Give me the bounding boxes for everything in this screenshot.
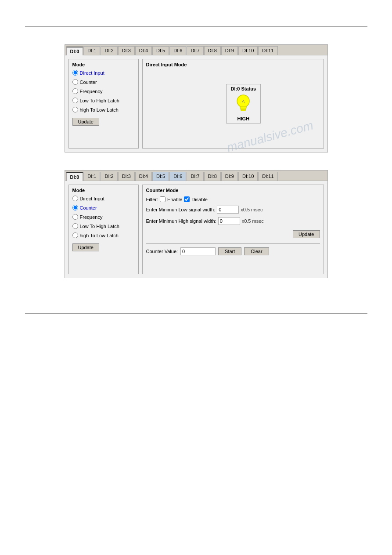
panel2-tab-di11[interactable]: DI:11 bbox=[258, 172, 277, 181]
panel1-tab-di8[interactable]: DI:8 bbox=[204, 46, 221, 55]
status-box-title: DI:0 Status bbox=[231, 86, 256, 91]
min-high-label: Enter Minimun High signal width: bbox=[146, 218, 216, 224]
panel2-right-section: Counter Mode Filter: Enable Disable Ente… bbox=[142, 185, 324, 274]
min-low-input[interactable] bbox=[217, 206, 239, 214]
min-high-input[interactable] bbox=[218, 217, 240, 225]
panel2-tab-di3[interactable]: DI:3 bbox=[118, 172, 135, 181]
panel2-mode-section: Mode Direct Input Counter Frequency Low … bbox=[68, 185, 139, 274]
panel1-tab-di6[interactable]: DI:6 bbox=[169, 46, 186, 55]
disable-label: Disable bbox=[191, 197, 208, 202]
panel1-tab-di2[interactable]: DI:2 bbox=[101, 46, 117, 55]
p2-radio-counter[interactable] bbox=[72, 205, 78, 210]
watermark1: manualsive.com bbox=[225, 118, 315, 155]
panel2-tab-bar: DI:0 DI:1 DI:2 DI:3 DI:4 DI:5 DI:6 DI:7 … bbox=[65, 170, 327, 181]
mode-direct-input: Direct Input bbox=[72, 70, 135, 76]
panel1-tab-di1[interactable]: DI:1 bbox=[83, 46, 100, 55]
panel2-tab-di9[interactable]: DI:9 bbox=[221, 172, 238, 181]
panel2-tab-di6[interactable]: DI:6 bbox=[169, 172, 186, 181]
radio-low-to-high[interactable] bbox=[72, 98, 78, 103]
p2-radio-high-to-low-label: high To Low Latch bbox=[80, 233, 119, 238]
clear-button[interactable]: Clear bbox=[244, 247, 269, 255]
p2-mode-high-to-low: high To Low Latch bbox=[72, 232, 135, 238]
p2-radio-frequency-label: Frequency bbox=[80, 214, 103, 220]
panel1-right-section: Direct Input Mode DI:0 Status bbox=[142, 59, 324, 149]
panel2-tab-di7[interactable]: DI:7 bbox=[187, 172, 203, 181]
panel1: DI:0 DI:1 DI:2 DI:3 DI:4 DI:5 DI:6 DI:7 … bbox=[65, 44, 328, 152]
min-high-row: Enter Minimun High signal width: x0.5 ms… bbox=[146, 217, 320, 225]
update-btn-right-container: Update bbox=[146, 229, 320, 238]
min-low-row: Enter Minimun Low signal width: x0.5 mse… bbox=[146, 206, 320, 214]
radio-counter[interactable] bbox=[72, 79, 78, 85]
panel1-tab-di4[interactable]: DI:4 bbox=[135, 46, 152, 55]
p2-radio-low-to-high-label: Low To High Latch bbox=[80, 224, 119, 229]
radio-frequency-label: Frequency bbox=[80, 89, 103, 94]
mode-label: Mode bbox=[72, 62, 135, 67]
radio-high-to-low[interactable] bbox=[72, 107, 78, 112]
panel2-tab-di8[interactable]: DI:8 bbox=[204, 172, 221, 181]
svg-rect-1 bbox=[240, 106, 246, 108]
panel2-mode-label: Mode bbox=[72, 188, 135, 193]
p2-radio-counter-label: Counter bbox=[80, 205, 97, 210]
top-divider bbox=[25, 26, 367, 27]
bulb-icon bbox=[234, 93, 252, 115]
panel1-tab-di11[interactable]: DI:11 bbox=[258, 46, 277, 55]
disable-checkbox[interactable] bbox=[184, 196, 190, 202]
svg-rect-3 bbox=[241, 109, 245, 111]
panel1-tab-di7[interactable]: DI:7 bbox=[187, 46, 203, 55]
panel1-tab-di5[interactable]: DI:5 bbox=[152, 46, 169, 55]
p2-radio-low-to-high[interactable] bbox=[72, 223, 78, 229]
panel2-update-button[interactable]: Update bbox=[72, 243, 99, 251]
panel2-tab-di4[interactable]: DI:4 bbox=[135, 172, 152, 181]
radio-frequency[interactable] bbox=[72, 88, 78, 94]
panel1-tab-di3[interactable]: DI:3 bbox=[118, 46, 135, 55]
p2-mode-frequency: Frequency bbox=[72, 214, 135, 220]
counter-value-label: Counter Value: bbox=[146, 249, 178, 254]
panel2-tab-di5[interactable]: DI:5 bbox=[152, 172, 169, 181]
panel2-tab-di10[interactable]: DI:10 bbox=[238, 172, 258, 181]
status-box: DI:0 Status bbox=[226, 84, 261, 123]
min-high-unit: x0.5 msec bbox=[242, 218, 264, 224]
page-container: DI:0 DI:1 DI:2 DI:3 DI:4 DI:5 DI:6 DI:7 … bbox=[0, 0, 392, 555]
p2-radio-high-to-low[interactable] bbox=[72, 232, 78, 238]
panel2-tab-di0[interactable]: DI:0 bbox=[66, 172, 83, 181]
counter-value-input[interactable] bbox=[180, 247, 216, 255]
radio-high-to-low-label: high To Low Latch bbox=[80, 107, 119, 112]
p2-radio-direct-input[interactable] bbox=[72, 196, 78, 201]
min-low-label: Enter Minimun Low signal width: bbox=[146, 207, 216, 212]
counter-divider bbox=[146, 243, 320, 244]
counter-update-button[interactable]: Update bbox=[293, 230, 320, 238]
mode-frequency: Frequency bbox=[72, 88, 135, 94]
enable-checkbox[interactable] bbox=[160, 196, 165, 202]
panel2-content: Mode Direct Input Counter Frequency Low … bbox=[65, 181, 327, 278]
panel1-tab-bar: DI:0 DI:1 DI:2 DI:3 DI:4 DI:5 DI:6 DI:7 … bbox=[65, 45, 327, 55]
counter-section-label: Counter Mode bbox=[146, 188, 320, 193]
status-value: HIGH bbox=[231, 116, 256, 121]
panel1-tab-di10[interactable]: DI:10 bbox=[238, 46, 258, 55]
panel1-tab-di9[interactable]: DI:9 bbox=[221, 46, 238, 55]
start-button[interactable]: Start bbox=[218, 247, 241, 255]
panel1-tab-di0[interactable]: DI:0 bbox=[66, 47, 83, 55]
counter-value-row: Counter Value: Start Clear bbox=[146, 247, 320, 255]
radio-direct-input[interactable] bbox=[72, 70, 78, 76]
p2-mode-direct-input: Direct Input bbox=[72, 196, 135, 201]
panel1-update-button[interactable]: Update bbox=[72, 118, 99, 126]
panel2: DI:0 DI:1 DI:2 DI:3 DI:4 DI:5 DI:6 DI:7 … bbox=[65, 170, 328, 278]
bottom-divider bbox=[25, 313, 367, 314]
enable-label: Enable bbox=[167, 197, 182, 202]
panel1-mode-section: Mode Direct Input Counter Frequency Low … bbox=[68, 59, 139, 149]
mode-counter: Counter bbox=[72, 79, 135, 85]
p2-radio-direct-input-label: Direct Input bbox=[80, 196, 104, 201]
p2-radio-frequency[interactable] bbox=[72, 214, 78, 220]
status-group: DI:0 Status bbox=[226, 84, 261, 123]
filter-label: Filter: bbox=[146, 197, 158, 202]
radio-counter-label: Counter bbox=[80, 80, 97, 85]
bulb-container bbox=[231, 93, 256, 115]
panel1-content: Mode Direct Input Counter Frequency Low … bbox=[65, 55, 327, 152]
mode-high-to-low: high To Low Latch bbox=[72, 107, 135, 112]
panel2-tab-di2[interactable]: DI:2 bbox=[101, 172, 117, 181]
radio-direct-input-label: Direct Input bbox=[80, 70, 104, 76]
mode-low-to-high: Low To High Latch bbox=[72, 98, 135, 103]
p2-mode-low-to-high: Low To High Latch bbox=[72, 223, 135, 229]
right-section-label: Direct Input Mode bbox=[146, 62, 320, 67]
panel2-tab-di1[interactable]: DI:1 bbox=[83, 172, 100, 181]
